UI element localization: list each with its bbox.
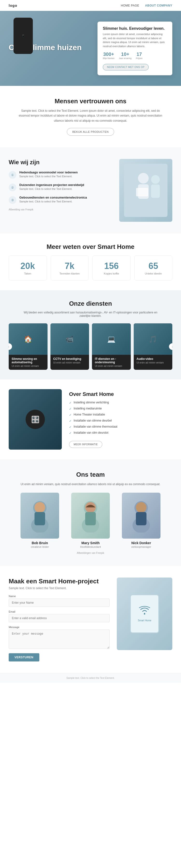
team-card-mary: Mary Smith Hoofddeskundant xyxy=(68,493,113,548)
nav-links: HOME PAGE ABOUT COMPANY xyxy=(121,4,172,7)
hero-stat-0: 300+ Blije klanten xyxy=(103,52,115,60)
check-icon-3: ✓ xyxy=(69,419,72,423)
svg-rect-9 xyxy=(35,512,45,525)
who-icon-0: ① xyxy=(9,171,16,179)
hero-stat-1: 10+ Jaar ervaring xyxy=(119,52,132,60)
form-group-name: Name xyxy=(9,595,110,607)
hero-phone: 📱 xyxy=(9,18,38,54)
service-card-1: 📹 CCTV en beveiliging Ut enim ad minim v… xyxy=(50,323,89,370)
trust-text: Sample text. Click to select the Text El… xyxy=(16,108,165,123)
hero-card-title: Slimmer huis. Eenvoudiger leven. xyxy=(103,26,167,31)
service-card-2: 💻 IT-diensten en -ondersteuning Ut enim … xyxy=(92,323,131,370)
check-item-5: ✓ Installatie van slim deurslot xyxy=(69,431,172,435)
who-item-content-0: Hedendaags woonmodel voor iedereen Sampl… xyxy=(19,170,78,178)
service-card-body-0: Slimme woning en automatisering Ut enim … xyxy=(9,355,47,370)
contact-title: Maak een Smart Home-project xyxy=(9,578,110,585)
check-icon-5: ✓ xyxy=(69,431,72,435)
form-group-message: Message xyxy=(9,626,110,650)
message-input[interactable] xyxy=(9,629,110,649)
tablet-mockup: Smart Home xyxy=(130,594,159,633)
hero-stat-2: 17 Prijzen xyxy=(136,52,143,60)
team-avatar-nick xyxy=(122,493,160,538)
svg-point-16 xyxy=(136,502,146,513)
who-item-1: ② Duizenden ingenieuze projecten wereldw… xyxy=(9,183,112,191)
who-image xyxy=(119,159,172,222)
nav-link-about[interactable]: ABOUT COMPANY xyxy=(145,4,172,7)
smarthome-image: 🎛️ xyxy=(9,389,62,450)
who-left: Wie wij zijn ① Hedendaags woonmodel voor… xyxy=(9,159,112,211)
hero-card-text: Lorem ipsum dolor sit amet, consectetur … xyxy=(103,32,167,48)
name-input[interactable] xyxy=(9,598,110,607)
form-label-message: Message xyxy=(9,626,110,628)
contact-image: Smart Home xyxy=(117,578,172,650)
who-title: Wie wij zijn xyxy=(9,159,112,166)
check-icon-1: ✓ xyxy=(69,407,72,411)
services-slider: ‹ 🏠 Slimme woning en automatisering Ut e… xyxy=(9,323,172,370)
service-card-body-3: Audio-video Ut enim ad minim veniam xyxy=(134,355,173,366)
form-label-email: Email xyxy=(9,610,110,613)
service-card-0: 🏠 Slimme woning en automatisering Ut eni… xyxy=(9,323,47,370)
team-avatar-mary xyxy=(71,493,110,538)
service-card-bg-3: 🎵 xyxy=(134,323,173,355)
team-role-nick: verkoopmanager xyxy=(118,546,164,548)
services-text: Wij bieden een volledig assortiment aan … xyxy=(23,311,158,317)
service-card-bg-0: 🏠 xyxy=(9,323,47,355)
services-section: Onze diensten Wij bieden een volledig as… xyxy=(0,290,181,379)
svg-point-8 xyxy=(35,502,45,513)
contact-inner: Maak een Smart Home-project Sample text.… xyxy=(9,578,172,661)
contact-section: Maak een Smart Home-project Sample text.… xyxy=(0,566,181,673)
hero-content: Over slimme huizen 📱 xyxy=(0,43,90,54)
trust-title: Mensen vertrouwen ons xyxy=(9,97,172,105)
check-item-0: ✓ Instelling slimme verlichting xyxy=(69,401,172,405)
stats-title: Meer weten over Smart Home xyxy=(9,243,172,251)
team-card-bob: Bob Bruin creatieve leider xyxy=(17,493,63,548)
navbar: logo HOME PAGE ABOUT COMPANY xyxy=(0,0,181,11)
stat-card-0: 20k Taken xyxy=(9,255,47,281)
trust-section: Mensen vertrouwen ons Sample text. Click… xyxy=(0,86,181,147)
svg-point-3 xyxy=(151,175,160,184)
stat-card-1: 7k Tevreden klanten xyxy=(51,255,89,281)
email-input[interactable] xyxy=(9,614,110,622)
phone-mockup: 📱 xyxy=(13,18,33,54)
who-item-2: ③ Gebouwdiensten en consumentenelectroni… xyxy=(9,196,112,204)
hero-stats: 300+ Blije klanten 10+ Jaar ervaring 17 … xyxy=(103,52,167,60)
stats-section: Meer weten over Smart Home 20k Taken 7k … xyxy=(0,234,181,290)
team-grid: Bob Bruin creatieve leider Mary Smith Ho… xyxy=(9,493,172,548)
stat-card-2: 156 Kopjes koffie xyxy=(93,255,131,281)
who-item-content-2: Gebouwdiensten en consumentenelectronica… xyxy=(19,196,87,203)
nav-link-home[interactable]: HOME PAGE xyxy=(121,4,139,7)
team-role-bob: creatieve leider xyxy=(17,546,63,548)
contact-subtitle: Sample text. Click to select the Text El… xyxy=(9,587,110,590)
team-title: Ons team xyxy=(9,471,172,478)
who-inner: Wie wij zijn ① Hedendaags woonmodel voor… xyxy=(9,159,172,222)
who-icon-1: ② xyxy=(9,184,16,191)
team-role-mary: Hoofddeskundant xyxy=(68,546,113,548)
stats-grid: 20k Taken 7k Tevreden klanten 156 Kopjes… xyxy=(9,255,172,281)
submit-button[interactable]: VERSTUREN xyxy=(9,653,39,661)
hero-card: Slimmer huis. Eenvoudiger leven. Lorem i… xyxy=(98,22,172,75)
svg-rect-4 xyxy=(151,185,160,198)
check-icon-0: ✓ xyxy=(69,401,72,405)
footer-text: Sample text. Click to select the Text El… xyxy=(9,677,172,679)
smarthome-inner: 🎛️ Over Smart Home ✓ Instelling slimme v… xyxy=(9,389,172,450)
more-info-button[interactable]: MEER INFORMATIE xyxy=(69,441,102,448)
team-name-bob: Bob Bruin xyxy=(17,541,63,545)
svg-rect-17 xyxy=(136,512,146,525)
team-credit: Afbeeldingen van Freepik xyxy=(9,552,172,554)
smarthome-section: 🎛️ Over Smart Home ✓ Instelling slimme v… xyxy=(0,379,181,459)
svg-point-1 xyxy=(138,173,149,184)
who-item-content-1: Duizenden ingenieuze projecten wereldwij… xyxy=(19,183,84,190)
svg-point-18 xyxy=(144,613,145,615)
hero-cta-button[interactable]: NEEM CONTACT MET ONS OP xyxy=(103,64,149,70)
team-card-nick: Nick Donker verkoopmanager xyxy=(118,493,164,548)
wifi-icon xyxy=(139,606,150,617)
services-row: 🏠 Slimme woning en automatisering Ut eni… xyxy=(9,323,172,370)
check-item-3: ✓ Installatie van slimme deurbel xyxy=(69,419,172,423)
trust-button[interactable]: BEKIJK ALLE PRODUCTEN xyxy=(67,128,114,136)
nav-logo: logo xyxy=(9,3,17,7)
service-card-bg-2: 💻 xyxy=(92,323,131,355)
check-icon-4: ✓ xyxy=(69,425,72,429)
team-avatar-bob xyxy=(21,493,59,538)
form-group-email: Email xyxy=(9,610,110,622)
team-name-nick: Nick Donker xyxy=(118,541,164,545)
